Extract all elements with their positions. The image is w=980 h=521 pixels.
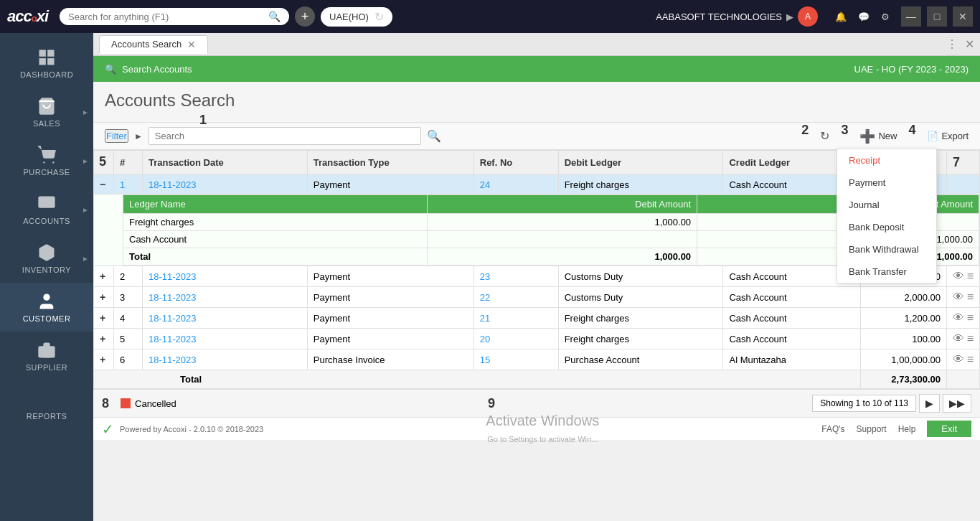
collapse-icon[interactable]: − (100, 179, 105, 190)
faq-link[interactable]: FAQ's (821, 424, 844, 434)
global-search-bar[interactable]: 🔍 (60, 8, 289, 25)
expand-cell[interactable]: + (94, 329, 114, 349)
exit-button[interactable]: Exit (927, 421, 971, 437)
sidebar-item-dashboard[interactable]: DASHBOARD (0, 39, 93, 88)
expand-cell[interactable]: + (94, 308, 114, 329)
svg-rect-2 (39, 58, 46, 65)
table-row: + 3 18-11-2023 Payment 22 Customs Duty C… (94, 287, 980, 308)
row-amount: 1,00,000.00 (861, 349, 947, 370)
maximize-button[interactable]: □ (927, 6, 947, 27)
pin-icon[interactable]: ⋮ (946, 37, 958, 51)
search-icon: 🔍 (105, 64, 116, 75)
view-icon[interactable]: 👁 (953, 291, 964, 303)
export-button[interactable]: 📄 Export (927, 131, 969, 141)
row-id: 2 (114, 266, 143, 287)
settings-icon[interactable]: ⚙ (881, 11, 890, 22)
sidebar-item-label: REPORTS (27, 412, 67, 421)
col-type: Transaction Type (307, 151, 473, 175)
new-dropdown-menu: Receipt Payment Journal Bank Deposit Ban… (837, 149, 937, 283)
next-page-button[interactable]: ▶ (919, 394, 940, 413)
region-selector[interactable]: UAE(HO) ↻ (321, 7, 392, 27)
svg-point-6 (52, 161, 54, 163)
search-input[interactable] (149, 127, 421, 145)
menu-icon[interactable]: ≡ (967, 270, 974, 282)
tab-bar: Accounts Search ✕ ⋮ ✕ (93, 33, 980, 56)
menu-item-bank-deposit[interactable]: Bank Deposit (837, 216, 936, 238)
view-icon[interactable]: 👁 (953, 311, 964, 324)
fy-info: UAE - HO (FY 2023 - 2023) (854, 64, 969, 75)
tab-accounts-search[interactable]: Accounts Search ✕ (99, 35, 208, 54)
expand-icon[interactable]: + (100, 291, 105, 303)
row-id: 3 (114, 287, 143, 308)
menu-item-receipt[interactable]: Receipt (837, 149, 936, 172)
close-tab-icon[interactable]: ✕ (965, 37, 974, 51)
sidebar-item-customer[interactable]: CUSTOMER (0, 283, 93, 332)
view-icon[interactable]: 👁 (953, 332, 964, 344)
expand-arrow-icon: ► (82, 255, 89, 263)
svg-rect-3 (47, 58, 54, 65)
refresh-icon[interactable]: ↻ (820, 129, 829, 143)
window-controls: — □ ✕ (901, 6, 973, 27)
add-button[interactable]: + (295, 6, 315, 27)
row-date: 18-11-2023 (143, 308, 308, 329)
svg-point-8 (43, 294, 50, 301)
bell-icon[interactable]: 🔔 (835, 11, 847, 22)
row-actions: 👁 ≡ (947, 329, 980, 349)
menu-icon[interactable]: ≡ (967, 291, 974, 303)
menu-item-bank-withdrawal[interactable]: Bank Withdrawal (837, 238, 936, 260)
menu-icon[interactable]: ≡ (967, 353, 974, 365)
row-type: Payment (307, 287, 473, 308)
sidebar-item-accounts[interactable]: ACCOUNTS ► (0, 185, 93, 234)
menu-item-journal[interactable]: Journal (837, 194, 936, 216)
refresh-icon[interactable]: ↻ (374, 10, 384, 24)
row-actions: 👁 ≡ (947, 349, 980, 370)
menu-item-bank-transfer[interactable]: Bank Transfer (837, 260, 936, 283)
sidebar-item-supplier[interactable]: SUPPLIER (0, 332, 93, 380)
row-id: 6 (114, 349, 143, 370)
sidebar-item-sales[interactable]: SALES ► (0, 88, 93, 136)
topbar: accoxi 🔍 + UAE(HO) ↻ AABASOFT TECHNOLOGI… (0, 0, 980, 33)
num7-label: 7 (953, 155, 960, 169)
message-icon[interactable]: 💬 (858, 11, 870, 22)
expand-cell[interactable]: − (94, 175, 114, 194)
view-icon[interactable]: 👁 (953, 353, 964, 365)
filter-arrow-icon[interactable]: ► (134, 131, 143, 141)
expand-icon[interactable]: + (100, 312, 105, 324)
expand-icon[interactable]: + (100, 271, 105, 282)
expand-icon[interactable]: + (100, 333, 105, 344)
row-actions: 👁 ≡ (947, 287, 980, 308)
new-button[interactable]: ➕ New (859, 128, 897, 144)
close-button[interactable]: ✕ (953, 6, 973, 27)
sidebar-item-inventory[interactable]: INVENTORY ► (0, 234, 93, 283)
tab-close-icon[interactable]: ✕ (187, 39, 196, 50)
menu-icon[interactable]: ≡ (967, 311, 974, 324)
filter-button[interactable]: Filter (105, 129, 128, 143)
sales-icon (37, 96, 57, 116)
row-actions: 👁 ≡ (947, 308, 980, 329)
row-credit: Cash Account (723, 329, 861, 349)
support-link[interactable]: Support (857, 424, 887, 434)
sidebar-item-label: SALES (33, 119, 60, 128)
row-debit: Customs Duty (558, 266, 723, 287)
row-credit: Cash Account (723, 308, 861, 329)
total-label: Total (94, 370, 861, 389)
global-search-input[interactable] (68, 11, 263, 22)
row-ref: 20 (473, 329, 558, 349)
expand-icon[interactable]: + (100, 354, 105, 365)
top-icons: 🔔 💬 ⚙ (835, 11, 890, 22)
menu-item-payment[interactable]: Payment (837, 172, 936, 194)
expand-cell[interactable]: + (94, 349, 114, 370)
minimize-button[interactable]: — (901, 6, 921, 27)
view-icon[interactable]: 👁 (953, 270, 964, 282)
help-link[interactable]: Help (898, 424, 916, 434)
sidebar-item-label: PURCHASE (23, 168, 70, 177)
sidebar-item-purchase[interactable]: PURCHASE ► (0, 136, 93, 185)
company-name: AABASOFT TECHNOLOGIES ▶ A (656, 6, 818, 27)
expand-cell[interactable]: + (94, 287, 114, 308)
supplier-icon (37, 340, 57, 360)
expand-cell[interactable]: + (94, 266, 114, 287)
last-page-button[interactable]: ▶▶ (943, 394, 971, 413)
search-go-button[interactable]: 🔍 (427, 129, 441, 143)
sidebar-item-reports[interactable]: REPORTS (0, 380, 93, 429)
menu-icon[interactable]: ≡ (967, 332, 974, 344)
